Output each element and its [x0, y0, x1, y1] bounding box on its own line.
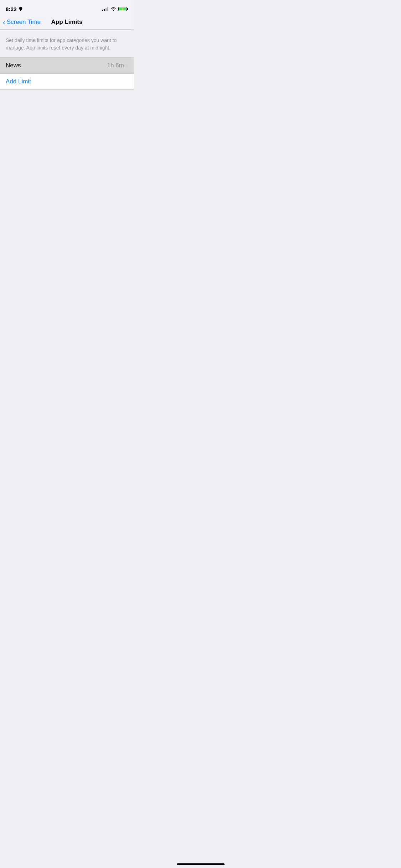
list-section: News 1h 6m › Add Limit [0, 57, 134, 90]
battery-icon: ⚡ [118, 7, 128, 11]
description-text: Set daily time limits for app categories… [6, 37, 128, 52]
description-section: Set daily time limits for app categories… [0, 30, 134, 57]
news-value: 1h 6m [107, 62, 124, 69]
wifi-icon [110, 7, 116, 11]
status-icons: ⚡ [102, 7, 128, 11]
page-title: App Limits [51, 19, 83, 26]
status-bar: 8:22 ⚡ [0, 0, 134, 16]
chevron-right-icon: › [126, 63, 128, 68]
news-limit-item[interactable]: News 1h 6m › [0, 57, 134, 74]
bottom-area [0, 90, 134, 232]
back-button[interactable]: ‹ Screen Time [3, 19, 41, 26]
location-icon [19, 7, 22, 11]
nav-bar: ‹ Screen Time App Limits [0, 16, 134, 30]
news-label: News [6, 62, 21, 69]
add-limit-label[interactable]: Add Limit [6, 78, 31, 85]
back-label[interactable]: Screen Time [7, 19, 41, 26]
add-limit-row[interactable]: Add Limit [0, 74, 134, 90]
signal-icon [102, 7, 108, 11]
list-item-right: 1h 6m › [107, 62, 128, 69]
back-chevron-icon: ‹ [3, 19, 5, 26]
status-time: 8:22 [6, 6, 17, 12]
